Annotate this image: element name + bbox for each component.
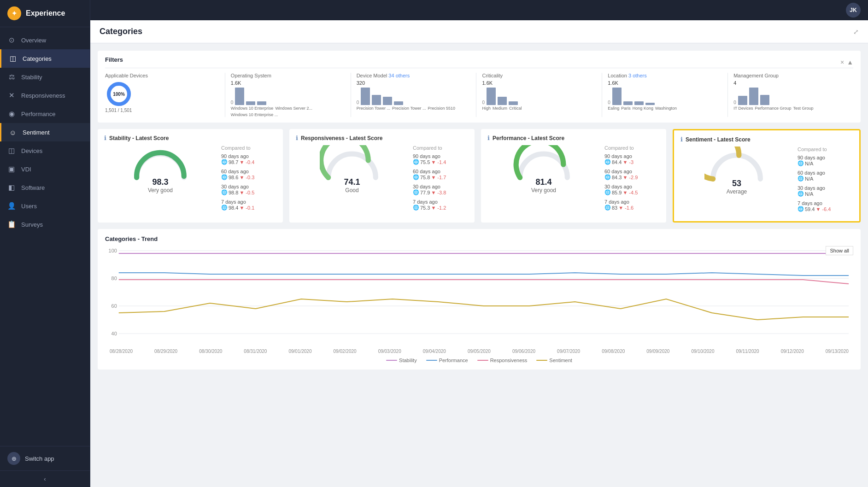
filter-others-location[interactable]: 3 others bbox=[628, 73, 647, 78]
x-label-15: 09/12/2020 bbox=[781, 349, 804, 354]
filter-zero-operating_system: 0 bbox=[231, 100, 234, 105]
filter-bar-device_model-3 bbox=[394, 101, 403, 105]
sidebar-item-categories[interactable]: ◫Categories bbox=[0, 49, 90, 68]
score-card-title-sentiment: Sentiment - Latest Score bbox=[686, 136, 751, 143]
compare-title-stability: Compared to bbox=[221, 145, 276, 151]
legend-item-responsiveness: Responsiveness bbox=[477, 358, 528, 363]
filter-count-criticality: 1.6K bbox=[482, 80, 596, 86]
sidebar-item-responsiveness[interactable]: ✕Responsiveness bbox=[0, 86, 90, 105]
sidebar-item-stability[interactable]: ⚖Stability bbox=[0, 68, 90, 86]
compare-delta-sentiment-3: ▼ -6.4 bbox=[815, 206, 831, 212]
filter-count-operating_system: 1.6K bbox=[231, 80, 345, 86]
compare-title-performance: Compared to bbox=[604, 145, 660, 151]
score-card-body-performance: 81.4 Very good Compared to 90 days ago 🌐… bbox=[487, 145, 660, 214]
compare-delta-stability-1: ▼ -0.3 bbox=[239, 175, 254, 180]
filter-label-operating_system-0: Windows 10 Enterprise bbox=[231, 106, 274, 111]
filter-others-device_model[interactable]: 34 others bbox=[388, 73, 410, 78]
compare-delta-stability-0: ▼ -0.4 bbox=[239, 159, 254, 165]
compare-delta-performance-3: ▼ -1.6 bbox=[618, 205, 633, 211]
sidebar-item-sentiment[interactable]: ☺Sentiment bbox=[0, 123, 90, 141]
filter-labels-management_group: IT DevicesPerformance GroupTest Group bbox=[733, 106, 848, 111]
compare-number-stability-1: 98.6 bbox=[229, 175, 238, 180]
compare-val-sentiment-0: 🌐 N/A bbox=[798, 160, 853, 166]
filter-donut-applicable_devices: 100% bbox=[105, 80, 219, 108]
gauge-svg-sentiment bbox=[704, 147, 769, 183]
filter-group-applicable_devices: Applicable Devices 100% 1,501 / 1,501 bbox=[105, 73, 225, 117]
compare-val-performance-2: 🌐 85.9 ▼ -4.5 bbox=[604, 189, 660, 195]
filter-count-management_group: 4 bbox=[733, 80, 848, 86]
sidebar-header: ✦ Experience bbox=[0, 0, 90, 27]
compare-title-responsiveness: Compared to bbox=[413, 145, 468, 151]
filter-bar-management_group-0 bbox=[738, 96, 747, 105]
compare-item-stability-1: 60 days ago 🌐 98.6 ▼ -0.3 bbox=[221, 169, 276, 180]
filter-zero-device_model: 0 bbox=[357, 100, 359, 105]
filters-panel: Filters × ▲ Applicable Devices 100% 1,50… bbox=[98, 51, 861, 123]
compare-number-sentiment-0: N/A bbox=[805, 161, 813, 166]
compare-item-responsiveness-3: 7 days ago 🌐 75.3 ▼ -1.2 bbox=[413, 199, 468, 211]
filter-labels-criticality: HighMediumCritical bbox=[482, 106, 596, 111]
gauge-area-stability: 98.3 Very good bbox=[104, 145, 217, 214]
compare-number-performance-1: 84.3 bbox=[612, 175, 622, 180]
sidebar-item-overview[interactable]: ⊙Overview bbox=[0, 31, 90, 49]
nav-label-sentiment: Sentiment bbox=[23, 129, 50, 136]
compare-delta-responsiveness-0: ▼ -1.4 bbox=[431, 159, 446, 165]
filter-bars-management_group: 0 bbox=[733, 87, 848, 105]
filter-bar-operating_system-1 bbox=[246, 101, 255, 105]
sidebar-item-devices[interactable]: ◫Devices bbox=[0, 141, 90, 160]
page-title: Categories bbox=[100, 27, 142, 36]
score-card-body-sentiment: 53 Average Compared to 90 days ago 🌐 N/A… bbox=[680, 147, 853, 216]
compare-val-stability-1: 🌐 98.6 ▼ -0.3 bbox=[221, 174, 276, 180]
filter-sub-applicable_devices: 1,501 / 1,501 bbox=[105, 108, 219, 113]
score-card-stability: ℹ Stability - Latest Score 98.3 Very goo… bbox=[98, 129, 283, 223]
score-card-header-sentiment: ℹ Sentiment - Latest Score bbox=[680, 136, 853, 143]
compare-days-responsiveness-3: 7 days ago bbox=[413, 199, 468, 205]
show-all-button[interactable]: Show all bbox=[826, 246, 853, 255]
nav-icon-software: ◧ bbox=[7, 183, 16, 192]
filter-label-device_model-0: Precision Tower ... bbox=[357, 106, 390, 111]
x-label-9: 09/06/2020 bbox=[512, 349, 535, 354]
user-avatar[interactable]: JK bbox=[846, 3, 861, 18]
compare-days-performance-0: 90 days ago bbox=[604, 153, 660, 159]
info-icon-responsiveness: ℹ bbox=[296, 135, 298, 141]
filter-bars-location: 0 bbox=[608, 87, 722, 105]
filters-collapse-button[interactable]: ▲ bbox=[847, 59, 853, 66]
compare-days-sentiment-1: 60 days ago bbox=[798, 170, 853, 176]
filters-row: Applicable Devices 100% 1,501 / 1,501Ope… bbox=[105, 68, 853, 117]
globe-icon-performance-0: 🌐 bbox=[604, 159, 611, 165]
legend-dot-sentiment bbox=[536, 360, 547, 361]
filter-zero-management_group: 0 bbox=[733, 100, 736, 105]
legend-label-stability: Stability bbox=[399, 358, 417, 363]
nav-icon-users: 👤 bbox=[7, 202, 16, 210]
filter-label-criticality-0: High bbox=[482, 106, 491, 111]
sidebar-item-software[interactable]: ◧Software bbox=[0, 178, 90, 197]
globe-icon-responsiveness-0: 🌐 bbox=[413, 159, 419, 165]
compare-number-stability-2: 98.8 bbox=[229, 190, 238, 195]
compare-area-performance: Compared to 90 days ago 🌐 84.4 ▼ -3 60 d… bbox=[604, 145, 660, 214]
compare-val-stability-0: 🌐 98.7 ▼ -0.4 bbox=[221, 159, 276, 165]
globe-icon-responsiveness-2: 🌐 bbox=[413, 189, 419, 195]
nav-icon-stability: ⚖ bbox=[7, 73, 16, 81]
filter-zero-criticality: 0 bbox=[482, 100, 485, 105]
compare-area-responsiveness: Compared to 90 days ago 🌐 75.5 ▼ -1.4 60… bbox=[413, 145, 468, 214]
compare-days-responsiveness-1: 60 days ago bbox=[413, 169, 468, 174]
compare-days-stability-1: 60 days ago bbox=[221, 169, 276, 174]
sidebar-item-vdi[interactable]: ▣VDI bbox=[0, 160, 90, 178]
nav-icon-surveys: 📋 bbox=[7, 220, 16, 229]
x-label-3: 08/31/2020 bbox=[244, 349, 267, 354]
compare-val-sentiment-2: 🌐 N/A bbox=[798, 191, 853, 197]
compare-item-responsiveness-2: 30 days ago 🌐 77.9 ▼ -3.8 bbox=[413, 184, 468, 195]
nav-icon-performance: ◉ bbox=[7, 110, 16, 118]
gauge-area-performance: 81.4 Very good bbox=[487, 145, 600, 214]
sidebar-item-performance[interactable]: ◉Performance bbox=[0, 105, 90, 123]
filter-group-criticality: Criticality1.6K0HighMediumCritical bbox=[476, 73, 602, 117]
filters-close-button[interactable]: × bbox=[840, 59, 844, 66]
switch-app-button[interactable]: ⊕ Switch app bbox=[0, 446, 90, 470]
collapse-sidebar-button[interactable]: ‹ bbox=[0, 470, 90, 487]
sidebar-item-surveys[interactable]: 📋Surveys bbox=[0, 215, 90, 234]
nav-icon-overview: ⊙ bbox=[7, 36, 16, 44]
app-logo: ✦ bbox=[7, 6, 21, 20]
sidebar-item-users[interactable]: 👤Users bbox=[0, 197, 90, 215]
x-label-16: 09/13/2020 bbox=[826, 349, 849, 354]
expand-button[interactable]: ⤢ bbox=[853, 28, 859, 35]
filter-title-management_group: Management Group bbox=[733, 73, 848, 78]
